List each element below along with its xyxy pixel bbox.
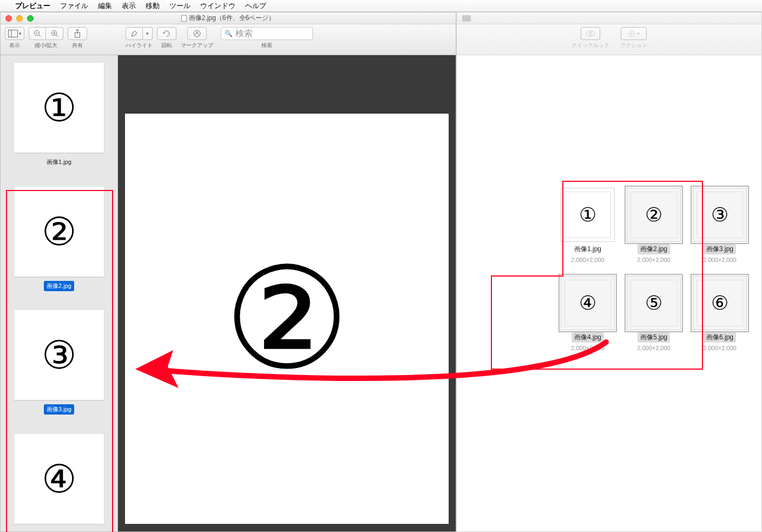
preview-canvas: ② [125, 114, 449, 524]
thumb-glyph: ① [42, 85, 77, 130]
menu-go[interactable]: 移動 [146, 1, 160, 11]
thumbnail-item[interactable]: ④ [14, 434, 104, 524]
sidebar-layout-icon [8, 30, 18, 37]
search-placeholder: 検索 [235, 28, 253, 40]
thumb-label: 画像3.jpg [44, 404, 74, 415]
file-dimensions: 2,000×2,000 [637, 345, 670, 351]
chevron-down-icon: ▾ [146, 31, 149, 36]
chevron-down-icon: ▾ [19, 31, 22, 36]
svg-point-12 [586, 31, 595, 36]
file-name: 画像5.jpg [638, 332, 670, 343]
menu-file[interactable]: ファイル [60, 1, 88, 11]
close-window-button[interactable] [5, 15, 12, 22]
eye-icon [586, 30, 595, 37]
preview-main-view[interactable]: ② [118, 55, 456, 531]
file-name: 画像2.jpg [638, 244, 670, 254]
highlight-label: ハイライト [126, 42, 153, 49]
highlight-dropdown-button[interactable]: ▾ [143, 27, 153, 40]
preview-window: 画像2.jpg（6件、全6ページ） ▾ 表示 [0, 12, 456, 532]
file-name: 画像1.jpg [572, 244, 604, 254]
menu-help[interactable]: ヘルプ [245, 1, 266, 11]
zoom-out-button[interactable] [29, 27, 46, 40]
file-name: 画像4.jpg [572, 332, 604, 343]
file-item[interactable]: ⑥ 画像6.jpg 2,000×2,000 [687, 276, 753, 351]
file-item[interactable]: ① 画像1.jpg 2,000×2,000 [555, 188, 621, 263]
quicklook-button[interactable] [581, 27, 600, 40]
finder-titlebar[interactable] [457, 12, 761, 24]
main-glyph: ② [224, 237, 350, 400]
zoom-out-icon [34, 30, 41, 37]
action-label: アクション [620, 42, 647, 49]
finder-icon-grid: ① 画像1.jpg 2,000×2,000 ② 画像2.jpg 2,000×2,… [555, 188, 753, 351]
svg-point-15 [630, 33, 632, 35]
zoom-window-button[interactable] [27, 15, 34, 22]
window-title: 画像2.jpg（6件、全6ページ） [189, 14, 275, 23]
app-name[interactable]: プレビュー [15, 1, 50, 11]
search-icon: 🔍 [225, 30, 233, 37]
preview-toolbar: ▾ 表示 縮小/拡大 [1, 24, 456, 55]
markup-label: マークアップ [181, 42, 213, 49]
file-item[interactable]: ③ 画像3.jpg 2,000×2,000 [687, 188, 753, 263]
svg-line-6 [56, 35, 58, 37]
document-icon [181, 15, 187, 22]
zoom-in-button[interactable] [46, 27, 63, 40]
share-icon [74, 29, 81, 38]
preview-sidebar[interactable]: ① 画像1.jpg ② 画像2.jpg ③ 画像3.jpg ④ [1, 55, 118, 531]
rotate-label: 回転 [161, 42, 172, 49]
quicklook-label: クイックルック [572, 42, 609, 49]
thumbnail-item[interactable]: ① 画像1.jpg [14, 63, 104, 167]
preview-titlebar[interactable]: 画像2.jpg（6件、全6ページ） [1, 12, 456, 24]
finder-body[interactable]: ① 画像1.jpg 2,000×2,000 ② 画像2.jpg 2,000×2,… [457, 55, 761, 531]
file-item[interactable]: ⑤ 画像5.jpg 2,000×2,000 [621, 276, 687, 351]
thumbnail-item[interactable]: ③ 画像3.jpg [14, 310, 104, 415]
markup-icon [193, 29, 201, 38]
share-label: 共有 [72, 42, 83, 49]
finder-toolbar: クイックルック ▾ アクション [457, 24, 761, 55]
markup-button[interactable] [187, 27, 207, 40]
svg-rect-0 [8, 30, 17, 37]
menu-tools[interactable]: ツール [169, 1, 190, 11]
highlight-button[interactable] [126, 27, 143, 40]
menu-edit[interactable]: 編集 [98, 1, 112, 11]
thumb-glyph: ④ [42, 456, 77, 502]
svg-point-13 [589, 32, 592, 35]
file-dimensions: 2,000×2,000 [703, 345, 736, 351]
search-label: 検索 [261, 42, 272, 49]
file-dimensions: 2,000×2,000 [571, 345, 604, 351]
file-dimensions: 2,000×2,000 [703, 257, 736, 263]
gear-icon [628, 30, 635, 37]
mac-menubar: プレビュー ファイル 編集 表示 移動 ツール ウインドウ ヘルプ [0, 0, 762, 12]
action-button[interactable]: ▾ [621, 27, 647, 40]
file-dimensions: 2,000×2,000 [571, 257, 604, 263]
file-dimensions: 2,000×2,000 [637, 257, 670, 263]
file-item[interactable]: ② 画像2.jpg 2,000×2,000 [621, 188, 687, 263]
thumb-label: 画像2.jpg [44, 281, 74, 291]
menu-view[interactable]: 表示 [122, 1, 136, 11]
thumbnail-item[interactable]: ② 画像2.jpg [14, 187, 104, 291]
thumb-glyph: ③ [42, 332, 77, 378]
view-mode-button[interactable]: ▾ [5, 27, 24, 40]
view-label: 表示 [9, 42, 20, 49]
thumb-glyph: ② [42, 209, 77, 254]
folder-icon [462, 15, 471, 22]
file-name: 画像3.jpg [704, 244, 736, 254]
highlighter-icon [130, 30, 138, 37]
svg-line-3 [39, 35, 41, 37]
search-field[interactable]: 🔍 検索 [221, 27, 313, 40]
zoom-label: 縮小/拡大 [35, 42, 58, 49]
file-name: 画像6.jpg [704, 332, 736, 343]
share-button[interactable] [68, 27, 87, 40]
finder-window: クイックルック ▾ アクション ① 画像1.jpg 2,000×2,000 [456, 12, 762, 532]
file-item[interactable]: ④ 画像4.jpg 2,000×2,000 [555, 276, 621, 351]
rotate-button[interactable] [157, 27, 176, 40]
minimize-window-button[interactable] [16, 15, 23, 22]
menu-window[interactable]: ウインドウ [200, 1, 235, 11]
rotate-icon [162, 29, 171, 38]
chevron-down-icon: ▾ [637, 31, 640, 36]
zoom-in-icon [51, 30, 58, 37]
thumb-label: 画像1.jpg [44, 157, 74, 167]
